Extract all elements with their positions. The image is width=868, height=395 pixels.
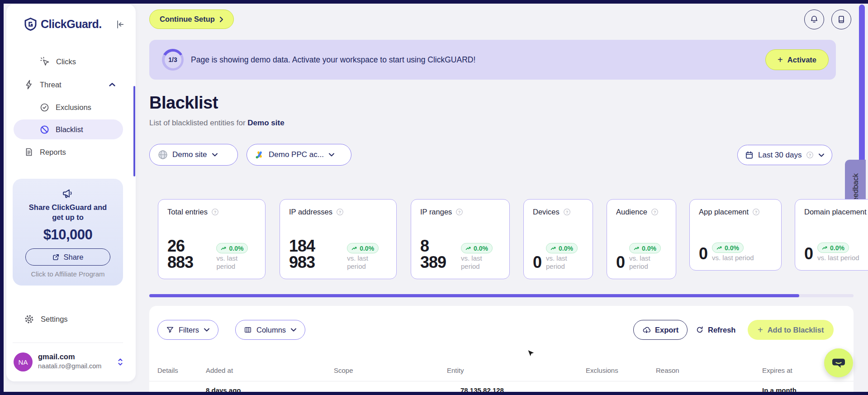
help-icon[interactable]: ? <box>806 151 814 159</box>
brand-name: ClickGuard. <box>41 18 102 31</box>
table-header-divider <box>149 381 854 381</box>
stat-vs-label: vs. last period <box>347 254 387 271</box>
cloud-download-icon <box>642 326 651 334</box>
stat-value: 184 983 <box>289 238 342 271</box>
badge-check-icon <box>40 103 49 112</box>
lightning-icon <box>24 80 33 90</box>
sidebar-item-exclusions[interactable]: Exclusions <box>40 98 91 116</box>
stat-vs-label: vs. last period <box>712 254 754 262</box>
trend-up-icon <box>351 246 357 251</box>
user-email: naatali.ro@gmail.com <box>38 362 101 370</box>
stat-value: 26 883 <box>167 238 212 271</box>
svg-text:?: ? <box>566 210 568 214</box>
sidebar-item-label: Threat <box>40 81 62 89</box>
svg-text:?: ? <box>755 210 757 214</box>
sidebar-item-label: Reports <box>40 148 66 157</box>
help-icon[interactable]: ? <box>211 208 219 216</box>
stat-vs-label: vs. last period <box>817 254 859 262</box>
filters-button[interactable]: Filters <box>157 320 218 340</box>
add-to-blacklist-label: Add to Blacklist <box>768 326 824 334</box>
chevron-down-icon <box>290 328 297 332</box>
table-row-entity: 78.135.82.128 <box>460 386 504 392</box>
trend-up-icon <box>822 246 828 250</box>
column-header-scope: Scope <box>334 366 353 374</box>
sidebar-item-label: Settings <box>41 315 68 324</box>
help-icon[interactable]: ? <box>336 208 344 216</box>
column-header-exclusions: Exclusions <box>586 366 618 374</box>
help-icon[interactable]: ? <box>455 208 463 216</box>
brand-logo: ClickGuard. <box>24 18 102 31</box>
promo-amount: $10,000 <box>13 227 123 243</box>
help-icon[interactable]: ? <box>563 208 571 216</box>
stat-vs-label: vs. last period <box>461 254 500 271</box>
site-selector[interactable]: Demo site <box>149 144 238 166</box>
sidebar-item-threat[interactable]: Threat <box>24 76 124 94</box>
column-header-added-at: Added at <box>206 366 233 374</box>
google-ads-icon <box>255 150 264 159</box>
site-selector-value: Demo site <box>172 150 207 159</box>
svg-text:?: ? <box>339 210 341 214</box>
chevron-up-down-icon <box>117 357 124 367</box>
notifications-button[interactable] <box>804 10 824 29</box>
continue-setup-button[interactable]: Continue Setup <box>149 10 234 29</box>
activate-button[interactable]: + Activate <box>765 49 829 70</box>
page-title: Blacklist <box>149 93 218 113</box>
sidebar-item-settings[interactable]: Settings <box>24 310 68 328</box>
columns-button[interactable]: Columns <box>235 320 305 340</box>
docs-button[interactable] <box>831 10 851 29</box>
sidebar-item-reports[interactable]: Reports <box>24 143 66 161</box>
add-to-blacklist-button[interactable]: + Add to Blacklist <box>748 320 834 340</box>
report-document-icon <box>24 147 33 157</box>
cursor-click-icon <box>40 57 50 67</box>
help-icon[interactable]: ? <box>651 208 659 216</box>
column-header-details: Details <box>157 366 178 374</box>
export-label: Export <box>655 326 678 334</box>
page-subtitle: List of blacklisted entities for Demo si… <box>149 119 285 128</box>
sidebar-item-blacklist[interactable]: Blacklist <box>14 119 123 139</box>
setup-progress-ring: 1/3 <box>162 49 184 71</box>
setup-progress-step: 1/3 <box>165 52 181 68</box>
ppc-account-selector[interactable]: Demo PPC ac... <box>247 144 351 166</box>
chat-launcher-button[interactable] <box>824 348 853 377</box>
trend-up-icon <box>465 246 471 251</box>
sidebar-scrollbar[interactable] <box>133 86 135 176</box>
demo-data-banner: 1/3 Page is showing demo data. Activate … <box>149 40 836 80</box>
continue-setup-label: Continue Setup <box>160 15 215 24</box>
page-subtitle-site: Demo site <box>247 119 284 127</box>
promo-footer: Click to Affiliate Program <box>13 270 123 278</box>
banner-message: Page is showing demo data. Activate your… <box>191 40 475 80</box>
share-button[interactable]: Share <box>25 248 110 266</box>
refresh-button[interactable]: Refresh <box>696 320 735 340</box>
columns-label: Columns <box>256 326 286 334</box>
app-window: ClickGuard. Clicks Threat Exclusions <box>0 0 868 395</box>
cards-scrollbar-thumb[interactable] <box>149 294 799 297</box>
blacklist-table-panel: Filters Columns Export Refresh <box>149 306 854 392</box>
sidebar-item-clicks[interactable]: Clicks <box>40 52 76 71</box>
column-header-reason: Reason <box>656 366 679 374</box>
date-range-value: Last 30 days <box>758 151 802 160</box>
trend-up-icon <box>550 246 556 251</box>
sidebar-item-label: Clicks <box>56 57 76 66</box>
filters-label: Filters <box>179 326 199 334</box>
svg-text:?: ? <box>458 210 460 214</box>
sidebar-collapse-icon[interactable] <box>115 19 125 29</box>
workspace-switcher[interactable]: NA gmail.com naatali.ro@gmail.com <box>14 352 127 373</box>
stat-card-total-entries: Total entries? 26 883 0.0% vs. last peri… <box>158 199 266 279</box>
stat-label: Devices <box>533 208 560 216</box>
chevron-down-icon <box>818 153 825 157</box>
clickguard-shield-icon <box>24 18 37 31</box>
stat-delta: 0.0% <box>229 245 243 252</box>
stat-card-app-placement: App placement? 0 0.0% vs. last period <box>689 199 782 271</box>
stat-delta: 0.0% <box>360 245 374 252</box>
svg-text:?: ? <box>809 153 811 157</box>
sidebar: ClickGuard. Clicks Threat Exclusions <box>6 4 136 381</box>
plus-icon: + <box>778 55 783 65</box>
date-range-selector[interactable]: Last 30 days ? <box>737 145 832 165</box>
stat-card-devices: Devices? 0 0.0% vs. last period <box>523 199 593 279</box>
stat-label: IP addresses <box>289 208 332 216</box>
export-button[interactable]: Export <box>633 320 688 340</box>
promo-message: Share ClickGuard and get up to <box>23 202 113 222</box>
bell-icon <box>810 15 819 24</box>
help-icon[interactable]: ? <box>752 208 760 216</box>
stat-vs-label: vs. last period <box>216 254 256 271</box>
